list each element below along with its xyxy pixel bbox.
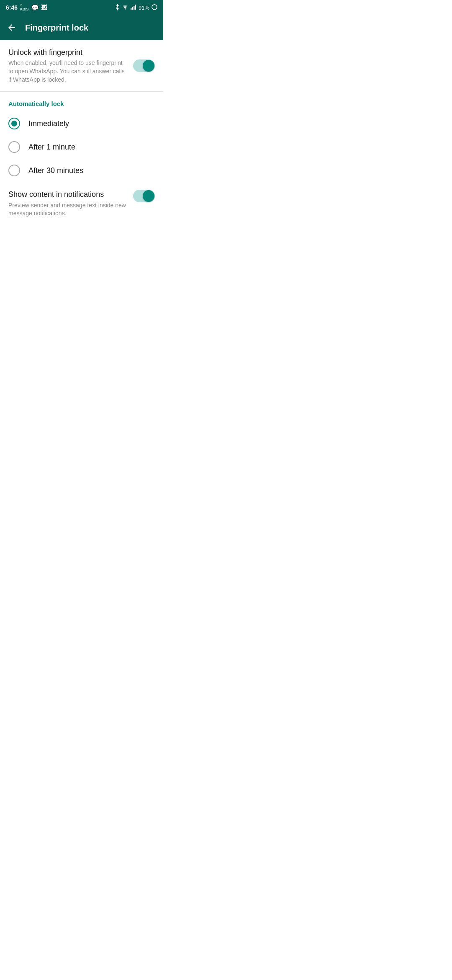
- unlock-fingerprint-row: Unlock with fingerprint When enabled, yo…: [0, 40, 163, 91]
- radio-label-immediately: Immediately: [28, 119, 69, 128]
- status-time: 6:46: [6, 4, 18, 11]
- radio-label-30min: After 30 minutes: [28, 166, 83, 175]
- unlock-fingerprint-text: Unlock with fingerprint When enabled, yo…: [8, 48, 133, 84]
- svg-rect-3: [134, 6, 135, 10]
- show-content-text: Show content in notifications Preview se…: [8, 190, 133, 218]
- svg-rect-1: [131, 8, 132, 10]
- automatically-lock-section: Automatically lock: [0, 92, 163, 112]
- back-button[interactable]: [7, 23, 17, 33]
- show-content-toggle[interactable]: [133, 190, 155, 202]
- unlock-fingerprint-subtitle: When enabled, you'll need to use fingerp…: [8, 59, 126, 84]
- show-content-subtitle: Preview sender and message text inside n…: [8, 201, 126, 218]
- toggle-knob-2: [143, 190, 154, 202]
- show-content-notifications-row: Show content in notifications Preview se…: [0, 182, 163, 225]
- content: Unlock with fingerprint When enabled, yo…: [0, 40, 163, 225]
- radio-label-1min: After 1 minute: [28, 143, 75, 152]
- status-bar: 6:46 2KB/S 💬 🖼 91%: [0, 0, 163, 15]
- unlock-fingerprint-toggle[interactable]: [133, 59, 155, 72]
- status-right: 91%: [115, 4, 157, 12]
- radio-circle-1min: [8, 141, 20, 153]
- toggle-knob: [143, 60, 154, 72]
- svg-point-0: [125, 8, 126, 9]
- battery-percent: 91%: [139, 5, 149, 11]
- battery-icon: [152, 4, 157, 11]
- wifi-icon: [122, 5, 128, 11]
- show-content-title: Show content in notifications: [8, 190, 126, 199]
- app-bar: Fingerprint lock: [0, 15, 163, 40]
- radio-circle-immediately: [8, 118, 20, 129]
- status-left: 6:46 2KB/S 💬 🖼: [6, 3, 47, 12]
- radio-immediately[interactable]: Immediately: [0, 112, 163, 135]
- automatically-lock-title: Automatically lock: [8, 100, 64, 107]
- messenger-icon: 💬: [31, 4, 39, 11]
- svg-rect-2: [132, 7, 133, 10]
- svg-point-5: [152, 5, 157, 10]
- status-kbs: 2KB/S: [20, 3, 29, 12]
- radio-after-1-minute[interactable]: After 1 minute: [0, 135, 163, 159]
- radio-circle-30min: [8, 165, 20, 176]
- radio-inner-immediately: [11, 121, 17, 126]
- unlock-fingerprint-title: Unlock with fingerprint: [8, 48, 126, 57]
- page-title: Fingerprint lock: [25, 23, 88, 33]
- radio-after-30-minutes[interactable]: After 30 minutes: [0, 159, 163, 182]
- signal-icon: [131, 5, 136, 11]
- svg-rect-4: [135, 5, 136, 10]
- image-icon: 🖼: [41, 4, 47, 11]
- bluetooth-icon: [115, 4, 120, 12]
